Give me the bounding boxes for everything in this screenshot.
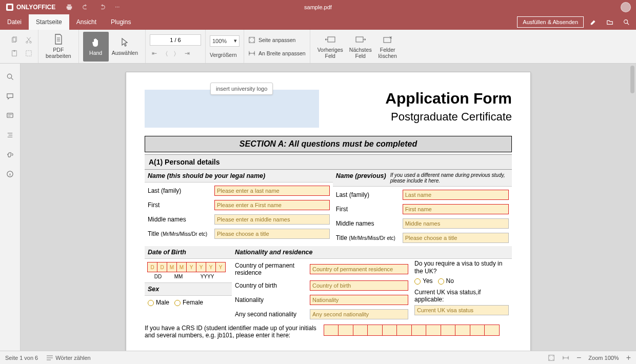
- undo-icon[interactable]: [82, 4, 89, 11]
- document-icon: [53, 34, 64, 45]
- zoom-value[interactable]: Zoom 100%: [588, 355, 619, 361]
- middle-name-field[interactable]: Please enter a middle names: [214, 214, 330, 225]
- fit-width-button[interactable]: An Breite anpassen: [248, 49, 306, 58]
- form-title: Application Form: [385, 90, 512, 107]
- a1-heading: A(1) Personal details: [145, 154, 512, 170]
- chat-icon[interactable]: [6, 111, 15, 120]
- tab-datei[interactable]: Datei: [0, 14, 29, 30]
- app-name: ONLYOFFICE: [16, 4, 55, 11]
- search-icon[interactable]: [623, 18, 630, 26]
- fit-page-button[interactable]: Seite anpassen: [248, 35, 295, 45]
- cpr-field[interactable]: Country of permanent residence: [310, 264, 408, 274]
- section-a-banner: SECTION A: All questions must be complet…: [145, 136, 512, 152]
- name-prev-label: Name (previous): [336, 172, 386, 179]
- pdf-edit-button[interactable]: PDF bearbeiten: [43, 32, 74, 62]
- prev-middle-field[interactable]: Middle names: [403, 218, 509, 229]
- last-page-icon[interactable]: ⇥: [185, 50, 190, 58]
- crs-text: If you have a CRS ID (student identifier…: [145, 325, 319, 339]
- zoom-in-button[interactable]: +: [626, 353, 631, 362]
- pdf-page: insert university logo Application Form …: [126, 72, 531, 351]
- visa-yes-radio[interactable]: [414, 278, 421, 285]
- clear-icon: [382, 34, 393, 45]
- prev-first-field[interactable]: First name: [403, 204, 509, 214]
- comments-icon[interactable]: [6, 91, 15, 100]
- logo-placeholder[interactable]: insert university logo: [145, 90, 319, 128]
- first-name-field[interactable]: Please enter a First name: [214, 200, 330, 210]
- svg-rect-7: [26, 50, 32, 56]
- word-count-button[interactable]: Wörter zählen: [46, 355, 90, 361]
- visa-no-radio[interactable]: [438, 278, 444, 285]
- crs-input[interactable]: [324, 325, 500, 336]
- paste-icon[interactable]: [9, 48, 19, 58]
- word-count-icon: [46, 355, 53, 361]
- tab-plugins[interactable]: Plugins: [104, 14, 138, 30]
- visa-question: Do you require a visa to study in the UK…: [414, 260, 509, 275]
- next-field-icon: [355, 34, 366, 45]
- dob-input[interactable]: D D M M Y Y Y Y: [148, 262, 229, 272]
- svg-point-0: [624, 20, 628, 24]
- prev-last-field[interactable]: Last name: [403, 190, 509, 200]
- nat-heading: Nationality and residence: [235, 249, 312, 256]
- form-subtitle: Postgraduate Certificate: [385, 110, 512, 124]
- prev-field-icon: [325, 34, 336, 45]
- fit-page-icon: [248, 36, 255, 44]
- fit-page-status-icon[interactable]: [548, 354, 555, 361]
- menu-bar: Datei Startseite Ansicht Plugins Ausfüll…: [0, 14, 636, 30]
- svg-rect-10: [356, 37, 363, 42]
- nat-field[interactable]: Nationality: [310, 295, 408, 305]
- find-icon[interactable]: [6, 72, 15, 81]
- title-bar: ONLYOFFICE ··· sample.pdf: [0, 0, 636, 14]
- cursor-icon: [119, 37, 130, 48]
- visa-status-field[interactable]: Current UK visa status: [414, 305, 509, 315]
- anat-field[interactable]: Any second nationality: [310, 309, 408, 319]
- clear-fields-button[interactable]: Felder löschen: [375, 32, 401, 62]
- prev-page-icon[interactable]: 〈: [162, 50, 168, 58]
- fit-width-status-icon[interactable]: [562, 354, 569, 361]
- zoom-select[interactable]: 100%▾: [210, 35, 240, 47]
- app-logo: ONLYOFFICE: [0, 4, 62, 11]
- document-canvas[interactable]: insert university logo Application Form …: [21, 64, 636, 351]
- prev-title-field[interactable]: Please choose a title: [403, 233, 509, 243]
- tab-ansicht[interactable]: Ansicht: [69, 14, 104, 30]
- prev-field-button[interactable]: Vorheriges Feld: [314, 32, 346, 62]
- zoom-out-button[interactable]: −: [577, 353, 581, 362]
- last-name-field[interactable]: Please enter a last name: [214, 186, 330, 196]
- status-bar: Seite 1 von 6 Wörter zählen − Zoom 100% …: [0, 351, 636, 364]
- next-page-icon[interactable]: 〉: [173, 50, 180, 58]
- app-logo-icon: [6, 4, 13, 11]
- first-page-icon[interactable]: ⇤: [152, 50, 157, 58]
- sex-heading: Sex: [148, 286, 159, 293]
- tab-startseite[interactable]: Startseite: [29, 14, 69, 30]
- page-number-input[interactable]: [150, 34, 201, 46]
- logo-tooltip: insert university logo: [210, 83, 273, 95]
- hand-icon: [90, 37, 102, 48]
- copy-icon[interactable]: [9, 35, 19, 45]
- zoom-label: Vergrößern: [210, 52, 237, 58]
- open-location-icon[interactable]: [606, 18, 613, 26]
- fit-width-icon: [248, 50, 255, 57]
- fill-send-button[interactable]: Ausfüllen & Absenden: [517, 16, 584, 28]
- feedback-icon[interactable]: [6, 150, 15, 159]
- title-field[interactable]: Please choose a title: [214, 229, 330, 239]
- more-icon[interactable]: ···: [115, 4, 120, 11]
- scrollbar-thumb[interactable]: [630, 66, 634, 93]
- cut-icon[interactable]: [24, 35, 34, 45]
- redo-icon[interactable]: [98, 4, 106, 11]
- select-all-icon[interactable]: [24, 48, 34, 58]
- next-field-button[interactable]: Nächstes Feld: [346, 32, 375, 62]
- about-icon[interactable]: [6, 169, 15, 178]
- ribbon: PDF bearbeiten Hand Auswählen ⇤ 〈 〉 ⇥ 10…: [0, 30, 636, 64]
- select-tool-button[interactable]: Auswählen: [109, 32, 141, 62]
- svg-rect-9: [328, 37, 335, 42]
- female-radio[interactable]: [174, 300, 181, 306]
- status-page[interactable]: Seite 1 von 6: [5, 355, 38, 361]
- edit-icon[interactable]: [590, 18, 597, 26]
- headings-icon[interactable]: [6, 130, 15, 139]
- print-icon[interactable]: [66, 4, 73, 11]
- cob-field[interactable]: Country of birth: [310, 280, 408, 291]
- male-radio[interactable]: [148, 300, 154, 306]
- document-title: sample.pdf: [304, 4, 332, 10]
- user-avatar[interactable]: [621, 2, 631, 12]
- hand-tool-button[interactable]: Hand: [83, 32, 109, 62]
- left-rail: [0, 64, 21, 351]
